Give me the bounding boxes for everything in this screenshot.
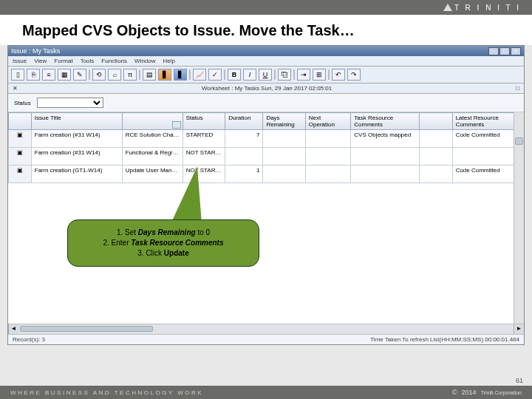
- menu-format[interactable]: Format: [54, 58, 72, 64]
- cell-c2[interactable]: Functional & Regression Testing: [122, 148, 183, 166]
- toolbar-btn-18[interactable]: ↷: [347, 69, 361, 81]
- window-max-icon[interactable]: □: [516, 85, 519, 92]
- toolbar-btn-8[interactable]: π: [123, 69, 137, 81]
- brand-name: T R I N I T I: [454, 4, 521, 12]
- scroll-right-icon[interactable]: ►: [514, 324, 524, 334]
- record-count: Record(s): 3: [13, 336, 45, 343]
- cell-duration[interactable]: 1: [225, 166, 263, 183]
- footer-year: 2014: [462, 389, 477, 396]
- sort-icon[interactable]: [172, 121, 181, 129]
- col-blank2[interactable]: [122, 113, 183, 130]
- vscroll-thumb[interactable]: [515, 137, 523, 145]
- col-duration[interactable]: Duration: [225, 113, 263, 130]
- toolbar-btn-4[interactable]: ▦: [58, 69, 71, 81]
- col-status[interactable]: Status: [183, 113, 225, 130]
- toolbar-btn-3[interactable]: ≡: [42, 69, 55, 81]
- table-header-row: Issue Title Status Duration Days Remaini…: [9, 113, 524, 130]
- toolbar-btn-1[interactable]: ▯: [11, 69, 24, 81]
- toolbar-btn-9[interactable]: ▤: [143, 69, 156, 81]
- cell-duration[interactable]: 7: [225, 130, 263, 148]
- cell-next[interactable]: [305, 166, 351, 183]
- toolbar-btn-14[interactable]: ⿻: [278, 69, 291, 81]
- cell-trc[interactable]: CVS Objects mapped: [351, 130, 419, 148]
- toolbar-btn-12[interactable]: 📈: [193, 69, 206, 81]
- table-row[interactable]: ▣ Farm creation (GT1-W14) Update User Ma…: [9, 166, 524, 183]
- app-window: Issue : My Tasks – □ × Issue View Format…: [7, 45, 525, 345]
- callout-line-1: 1. Set Days Remaining to 0: [78, 228, 248, 238]
- col-next-op[interactable]: Next Operation: [305, 113, 351, 130]
- footer-corp: Triniti Corporation: [481, 390, 522, 395]
- toolbar-btn-10[interactable]: ▋: [158, 69, 171, 81]
- brand-logo: T R I N I T I: [443, 4, 521, 12]
- toolbar-btn-5[interactable]: ✎: [73, 69, 86, 81]
- window-titlebar: Issue : My Tasks – □ ×: [8, 46, 524, 56]
- status-bar: Record(s): 3 Time Taken To refresh List(…: [8, 334, 524, 344]
- toolbar-btn-11[interactable]: ▋: [174, 69, 187, 81]
- col-blank8[interactable]: [419, 113, 452, 130]
- toolbar-btn-17[interactable]: ↶: [332, 69, 345, 81]
- cell-c2[interactable]: RCE Solution Changes in CVS: [122, 130, 183, 148]
- toolbar-btn-7[interactable]: ⌕: [108, 69, 121, 81]
- worksheet-header: ✕ Worksheet : My Tasks Sun, 29 Jan 2017 …: [8, 83, 524, 94]
- scroll-track[interactable]: [18, 324, 514, 334]
- menu-window[interactable]: Window: [134, 58, 155, 64]
- toolbar-btn-15[interactable]: ⇥: [297, 69, 310, 81]
- callout-line-3: 3. Click Update: [78, 248, 248, 259]
- menu-tools[interactable]: Tools: [81, 58, 95, 64]
- close-icon[interactable]: ✕: [13, 85, 18, 92]
- cell-title[interactable]: Farm creation (#31 W14): [31, 148, 122, 166]
- toolbar-btn-16[interactable]: ⊞: [313, 69, 326, 81]
- footer-tagline: WHERE BUSINESS AND TECHNOLOGY WORK: [10, 389, 203, 396]
- cell-title[interactable]: Farm creation (#31 W14): [31, 130, 122, 148]
- toolbar-btn-6[interactable]: ⟲: [92, 69, 106, 81]
- minimize-button[interactable]: –: [488, 47, 499, 55]
- brand-footer: WHERE BUSINESS AND TECHNOLOGY WORK © 201…: [0, 386, 532, 399]
- cell-next[interactable]: [305, 148, 351, 166]
- row-handle[interactable]: ▣: [9, 166, 32, 183]
- toolbar-btn-italic[interactable]: I: [243, 69, 256, 81]
- menu-view[interactable]: View: [34, 58, 47, 64]
- cell-c8[interactable]: [419, 130, 452, 148]
- col-days-remaining[interactable]: Days Remaining: [263, 113, 305, 130]
- table-row[interactable]: ▣ Farm creation (#31 W14) Functional & R…: [9, 148, 524, 166]
- close-button[interactable]: ×: [511, 47, 521, 55]
- cell-days[interactable]: [263, 148, 305, 166]
- row-handle[interactable]: ▣: [9, 130, 32, 148]
- task-grid: Issue Title Status Duration Days Remaini…: [8, 112, 524, 334]
- callout-box: 1. Set Days Remaining to 0 2. Enter Task…: [67, 219, 259, 267]
- scroll-left-icon[interactable]: ◄: [8, 324, 18, 334]
- col-issue-title[interactable]: Issue Title: [31, 113, 122, 130]
- toolbar-btn-13[interactable]: ✓: [208, 69, 222, 81]
- filter-bar: Status: [8, 94, 524, 112]
- cell-trc[interactable]: [351, 166, 419, 183]
- row-handle[interactable]: ▣: [9, 148, 32, 166]
- scroll-thumb[interactable]: [20, 326, 153, 332]
- toolbar-btn-bold[interactable]: B: [228, 69, 241, 81]
- cell-title[interactable]: Farm creation (GT1-W14): [31, 166, 122, 183]
- cell-duration[interactable]: [225, 148, 263, 166]
- cell-days[interactable]: [263, 166, 305, 183]
- table-row[interactable]: ▣ Farm creation (#31 W14) RCE Solution C…: [9, 130, 524, 148]
- vertical-scrollbar[interactable]: [514, 112, 524, 324]
- cell-c8[interactable]: [419, 148, 452, 166]
- slide-title: Mapped CVS Objects to Issue. Move the Ta…: [0, 15, 532, 45]
- toolbar-btn-2[interactable]: ⎘: [27, 69, 40, 81]
- toolbar: ▯ ⎘ ≡ ▦ ✎ ⟲ ⌕ π ▤ ▋ ▋ 📈 ✓ B I U ⿻ ⇥ ⊞ ↶ …: [8, 66, 524, 83]
- cell-status[interactable]: STARTED: [183, 130, 225, 148]
- cell-status[interactable]: NOT STARTED: [183, 148, 225, 166]
- horizontal-scrollbar[interactable]: ◄ ►: [8, 324, 524, 334]
- cell-days[interactable]: [263, 130, 305, 148]
- maximize-button[interactable]: □: [499, 47, 510, 55]
- menu-issue[interactable]: Issue: [13, 58, 27, 64]
- cell-next[interactable]: [305, 130, 351, 148]
- col-handle[interactable]: [9, 113, 32, 130]
- toolbar-sep: [89, 69, 90, 80]
- status-select[interactable]: [37, 98, 103, 108]
- toolbar-btn-under[interactable]: U: [259, 69, 272, 81]
- callout-line-2: 2. Enter Task Resource Comments: [78, 238, 248, 248]
- col-task-resource-comments[interactable]: Task Resource Comments: [351, 113, 419, 130]
- menu-help[interactable]: Help: [163, 58, 175, 64]
- cell-c8[interactable]: [419, 166, 452, 183]
- menu-functions[interactable]: Functions: [101, 58, 127, 64]
- cell-trc[interactable]: [351, 148, 419, 166]
